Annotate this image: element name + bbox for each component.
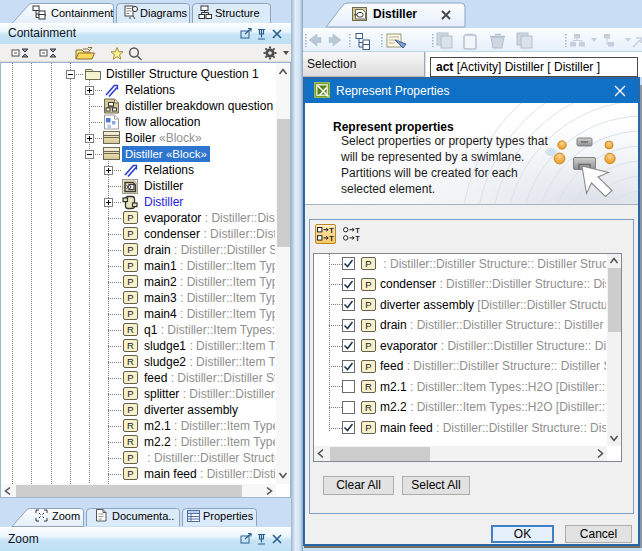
svg-text:T: T [355,234,360,242]
svg-text:T: T [329,234,334,242]
